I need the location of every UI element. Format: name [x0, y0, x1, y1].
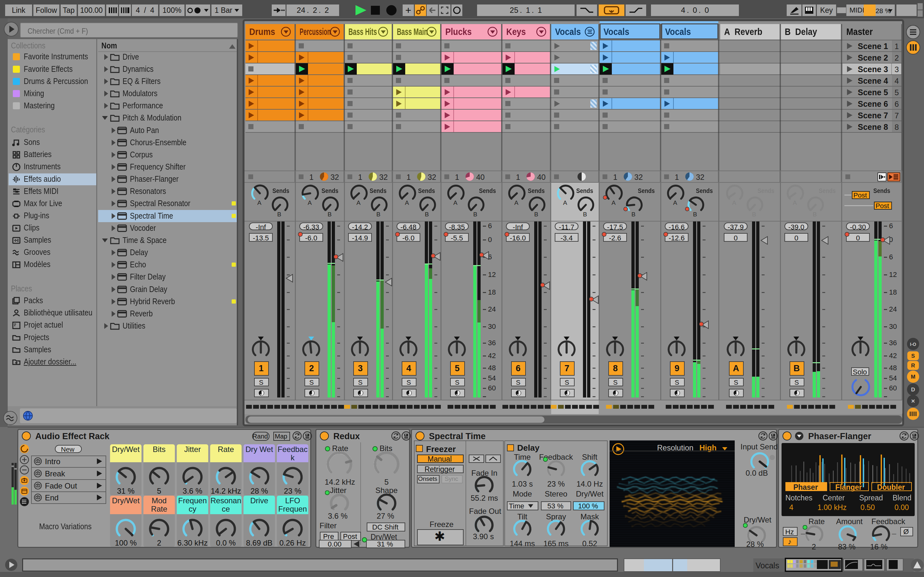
svg-text:M: M — [911, 374, 915, 380]
svg-text:D: D — [911, 387, 915, 393]
svg-text:I-O: I-O — [910, 342, 916, 347]
svg-text:✕: ✕ — [911, 398, 915, 404]
svg-text:R: R — [911, 363, 915, 369]
svg-text:S: S — [911, 353, 915, 359]
